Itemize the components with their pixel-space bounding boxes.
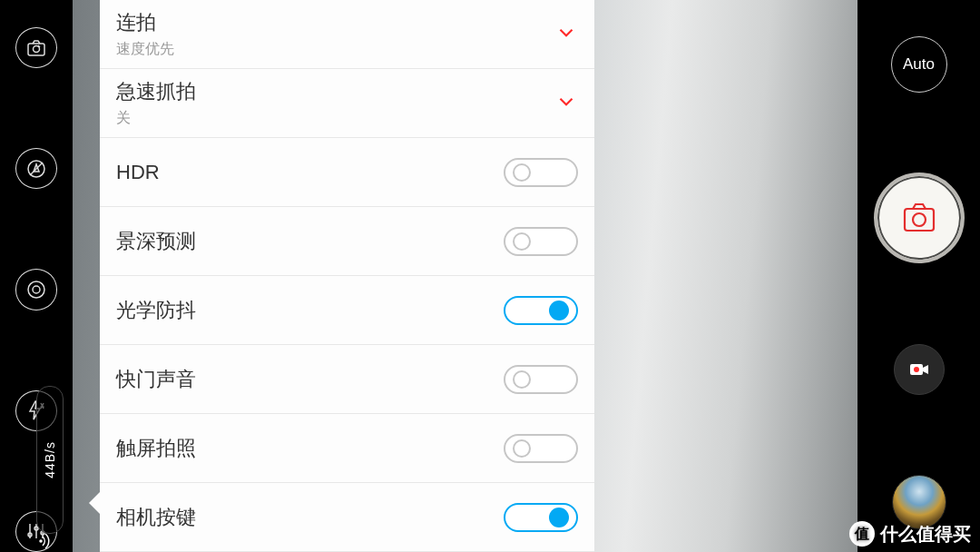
- settings-row-title: 光学防抖: [116, 297, 196, 324]
- settings-row-title: HDR: [116, 161, 160, 184]
- auto-mode-label: Auto: [903, 55, 935, 74]
- settings-row-title: 触屏拍照: [116, 435, 196, 462]
- settings-row-titles: 相机按键: [116, 504, 196, 531]
- toggle-switch[interactable]: [504, 503, 578, 532]
- settings-row-titles: 快门声音: [116, 366, 196, 393]
- location-off-button[interactable]: [15, 148, 57, 189]
- network-traffic-pill: 44B/s: [36, 386, 64, 534]
- camera-settings-panel[interactable]: 连拍速度优先急速抓拍关HDR景深预测光学防抖快门声音触屏拍照相机按键: [100, 0, 594, 552]
- toggle-knob: [513, 232, 531, 251]
- toggle-knob: [513, 370, 531, 389]
- settings-row-title: 急速抓拍: [116, 78, 196, 105]
- settings-row-subtitle: 速度优先: [116, 40, 174, 59]
- target-icon: [25, 279, 47, 301]
- settings-row-titles: HDR: [116, 161, 160, 184]
- video-record-button[interactable]: [894, 344, 945, 395]
- settings-row-title: 景深预测: [116, 228, 196, 255]
- auto-mode-button[interactable]: Auto: [891, 36, 947, 93]
- chevron-down-icon: [554, 90, 578, 117]
- settings-row-titles: 景深预测: [116, 228, 196, 255]
- toggle-switch[interactable]: [504, 158, 578, 187]
- svg-point-10: [913, 213, 926, 226]
- camera-rotate-icon: [25, 37, 47, 59]
- switch-camera-button[interactable]: [15, 27, 57, 68]
- svg-point-12: [914, 367, 919, 372]
- svg-rect-9: [905, 209, 934, 231]
- settings-row-title: 快门声音: [116, 366, 196, 393]
- toggle-knob: [549, 508, 569, 527]
- settings-row-titles: 连拍速度优先: [116, 9, 174, 59]
- svg-point-4: [33, 286, 40, 293]
- settings-row[interactable]: 连拍速度优先: [100, 0, 594, 69]
- watermark: 值 什么值得买: [849, 521, 971, 547]
- watermark-badge: 值: [849, 521, 875, 547]
- traffic-rate-label: 44B/s: [43, 441, 57, 478]
- toggle-knob: [513, 163, 531, 182]
- settings-row[interactable]: HDR: [100, 138, 594, 207]
- svg-point-8: [40, 540, 42, 542]
- toggle-knob: [513, 439, 531, 458]
- settings-row[interactable]: 光学防抖: [100, 276, 594, 345]
- settings-row[interactable]: 快门声音: [100, 345, 594, 414]
- settings-row[interactable]: 景深预测: [100, 207, 594, 276]
- toggle-switch[interactable]: [504, 434, 578, 463]
- settings-row-subtitle: 关: [116, 109, 196, 128]
- settings-row[interactable]: 触屏拍照: [100, 414, 594, 483]
- svg-point-1: [34, 45, 40, 52]
- toggle-switch[interactable]: [504, 296, 578, 325]
- camera-app-screen: 44B/s 连拍速度优先急速抓拍关HDR景深预测光学防抖快门声音触屏拍照相机按键…: [0, 0, 980, 552]
- svg-point-3: [28, 281, 44, 298]
- watermark-text: 什么值得买: [880, 522, 971, 547]
- target-button[interactable]: [15, 269, 57, 310]
- compass-off-icon: [25, 158, 47, 180]
- settings-row-titles: 急速抓拍关: [116, 78, 196, 128]
- toggle-knob: [549, 301, 569, 320]
- settings-row-title: 连拍: [116, 9, 174, 36]
- shutter-camera-icon: [899, 198, 939, 238]
- settings-row[interactable]: 相机按键: [100, 483, 594, 552]
- shutter-button[interactable]: [874, 172, 965, 263]
- wifi-indicator-icon: [38, 533, 60, 552]
- toggle-switch[interactable]: [504, 365, 578, 394]
- settings-row[interactable]: 急速抓拍关: [100, 69, 594, 138]
- chevron-down-icon: [554, 21, 578, 48]
- settings-row-titles: 触屏拍照: [116, 435, 196, 462]
- toggle-switch[interactable]: [504, 227, 578, 256]
- right-toolbar: Auto: [858, 0, 980, 552]
- video-camera-icon: [907, 358, 931, 381]
- settings-row-titles: 光学防抖: [116, 297, 196, 324]
- settings-row-title: 相机按键: [116, 504, 196, 531]
